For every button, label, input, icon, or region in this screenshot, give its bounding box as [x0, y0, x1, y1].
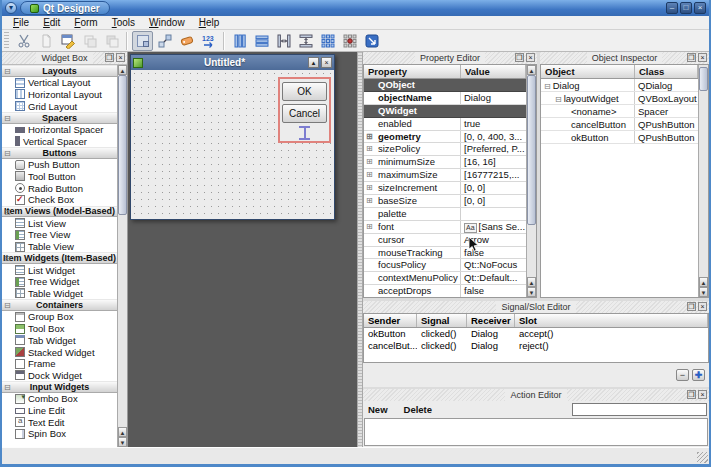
new-action-button[interactable]: New	[365, 404, 391, 415]
expand-icon[interactable]: ⊞	[366, 131, 373, 143]
collapse-icon[interactable]: ⊟	[4, 208, 11, 217]
column-value[interactable]: Value	[461, 65, 526, 78]
column-class[interactable]: Class	[635, 65, 698, 78]
category-item-views[interactable]: ⊟Item Views (Model-Based)	[2, 206, 117, 218]
expand-icon[interactable]: ⊞	[366, 221, 373, 233]
signal-slot-editor-header[interactable]: Signal/Slot Editor ❐ ×	[363, 301, 709, 313]
close-dock-icon[interactable]: ×	[698, 302, 707, 311]
edit-signals-slots-icon[interactable]	[154, 31, 175, 51]
object-row[interactable]: okButtonQPushButton	[541, 131, 698, 144]
object-inspector-header[interactable]: Object Inspector ❐ ×	[540, 52, 709, 64]
remove-connection-button[interactable]: −	[676, 369, 689, 381]
expand-icon[interactable]: ⊞	[366, 156, 373, 168]
property-row[interactable]: contextMenuPolicyQt::Default...	[364, 272, 526, 285]
action-list[interactable]	[364, 418, 708, 446]
widget-item-group-box[interactable]: Group Box	[2, 311, 117, 323]
expand-icon[interactable]: ⊞	[366, 182, 373, 194]
form-titlebar[interactable]: Untitled* ▴ ×	[131, 55, 334, 70]
menu-file[interactable]: File	[6, 16, 36, 30]
property-row[interactable]: focusPolicyQt::NoFocus	[364, 259, 526, 272]
property-row[interactable]: ⊞baseSize[0, 0]	[364, 195, 526, 208]
connection-row[interactable]: okButton clicked() Dialog accept()	[364, 328, 708, 340]
delete-action-button[interactable]: Delete	[401, 404, 436, 415]
property-row[interactable]: ⊞fontAa[Sans Se...	[364, 221, 526, 234]
category-layouts[interactable]: ⊟Layouts	[2, 65, 117, 77]
scroll-up-icon[interactable]: ▲	[118, 427, 127, 437]
copy-icon[interactable]	[35, 31, 56, 51]
form-minimize-icon[interactable]: ▴	[308, 57, 319, 68]
add-connection-button[interactable]: ✚	[692, 369, 705, 381]
form-close-icon[interactable]: ×	[321, 57, 332, 68]
widget-item-text-edit[interactable]: Text Edit	[2, 416, 117, 428]
widget-item-stacked-widget[interactable]: Stacked Widget	[2, 346, 117, 358]
selected-vbox-layout[interactable]: OK Cancel	[278, 77, 331, 143]
column-object[interactable]: Object	[541, 65, 635, 78]
maximize-icon[interactable]: □	[680, 2, 692, 14]
expand-icon[interactable]: ⊞	[366, 169, 373, 181]
expand-icon[interactable]: ⊞	[366, 143, 373, 155]
form-canvas[interactable]: OK Cancel	[131, 70, 334, 219]
window-titlebar[interactable]: ▾ Qt Designer – □ ×	[2, 0, 709, 16]
layout-horizontal-icon[interactable]	[229, 31, 250, 51]
property-row[interactable]: ⊞sizeIncrement[0, 0]	[364, 182, 526, 195]
widget-item-tool-button[interactable]: Tool Button	[2, 171, 117, 183]
form-window[interactable]: Untitled* ▴ × OK Cancel	[130, 54, 335, 220]
widget-item-vertical-spacer[interactable]: Vertical Spacer	[2, 135, 117, 147]
edit-buddies-icon[interactable]	[176, 31, 197, 51]
break-layout-icon[interactable]	[339, 31, 360, 51]
float-dock-icon[interactable]: ❐	[105, 53, 114, 62]
widget-item-vertical-layout[interactable]: Vertical Layout	[2, 77, 117, 89]
object-row[interactable]: <noname>Spacer	[541, 105, 698, 118]
menu-window[interactable]: Window	[142, 16, 192, 30]
scroll-thumb[interactable]	[118, 75, 127, 215]
collapse-icon[interactable]: ⊟	[4, 383, 11, 392]
widget-item-tool-box[interactable]: Tool Box	[2, 323, 117, 335]
column-receiver[interactable]: Receiver	[467, 314, 515, 327]
cut-icon[interactable]	[13, 31, 34, 51]
property-row[interactable]: acceptDropsfalse	[364, 285, 526, 297]
widget-item-combo-box[interactable]: Combo Box	[2, 393, 117, 405]
collapse-icon[interactable]: ⊟	[4, 254, 11, 263]
connection-row[interactable]: cancelBut... clicked() Dialog reject()	[364, 340, 708, 352]
property-row[interactable]: ⊞geometry[0, 0, 400, 3...	[364, 131, 526, 144]
scroll-down-icon[interactable]: ▼	[699, 287, 708, 297]
collapse-icon[interactable]: ⊟	[555, 95, 562, 104]
property-row[interactable]: ⊞sizePolicy[Preferred, P...	[364, 143, 526, 156]
widget-item-table-view[interactable]: Table View	[2, 241, 117, 253]
object-inspector-scrollbar[interactable]: ▲ ▼	[698, 65, 708, 297]
action-editor-header[interactable]: Action Editor ❐ ×	[363, 389, 709, 401]
edit-tab-order-icon[interactable]: 123	[198, 31, 219, 51]
property-row[interactable]: ⊞minimumSize[16, 16]	[364, 156, 526, 169]
scroll-up-icon[interactable]: ▲	[527, 65, 536, 75]
scroll-thumb[interactable]	[699, 67, 708, 91]
widget-box-scrollbar[interactable]: ▲ ▲ ▼	[117, 65, 127, 447]
collapse-icon[interactable]: ⊟	[4, 301, 11, 310]
column-sender[interactable]: Sender	[364, 314, 417, 327]
property-row[interactable]: ⊞maximumSize[16777215,...	[364, 169, 526, 182]
adjust-size-icon[interactable]	[361, 31, 382, 51]
action-filter-input[interactable]	[572, 403, 707, 416]
scroll-up-icon[interactable]: ▲	[699, 277, 708, 287]
menu-form[interactable]: Form	[67, 16, 104, 30]
vertical-spacer-widget[interactable]	[298, 126, 311, 138]
collapse-icon[interactable]: ⊟	[4, 114, 11, 123]
layout-grid-icon[interactable]	[317, 31, 338, 51]
object-row[interactable]: ⊟layoutWidgetQVBoxLayout	[541, 92, 698, 105]
close-dock-icon[interactable]: ×	[116, 53, 125, 62]
widget-item-frame[interactable]: Frame	[2, 358, 117, 370]
object-row[interactable]: cancelButtonQPushButton	[541, 118, 698, 131]
layout-vertical-icon[interactable]	[251, 31, 272, 51]
close-icon[interactable]: ×	[694, 2, 706, 14]
widget-item-tree-widget[interactable]: Tree Widget	[2, 276, 117, 288]
widget-item-dock-widget[interactable]: Dock Widget	[2, 370, 117, 382]
scroll-down-icon[interactable]: ▼	[527, 287, 536, 297]
property-row[interactable]: enabledtrue	[364, 118, 526, 131]
layout-horizontal-splitter-icon[interactable]	[273, 31, 294, 51]
expand-icon[interactable]: ⊞	[366, 195, 373, 207]
ok-button[interactable]: OK	[282, 82, 327, 101]
category-item-widgets[interactable]: ⊟Item Widgets (Item-Based)	[2, 252, 117, 264]
paste-icon[interactable]	[57, 31, 78, 51]
edit-widgets-icon[interactable]	[132, 31, 153, 51]
column-property[interactable]: Property	[364, 65, 461, 78]
scroll-up-icon[interactable]: ▲	[118, 65, 127, 75]
